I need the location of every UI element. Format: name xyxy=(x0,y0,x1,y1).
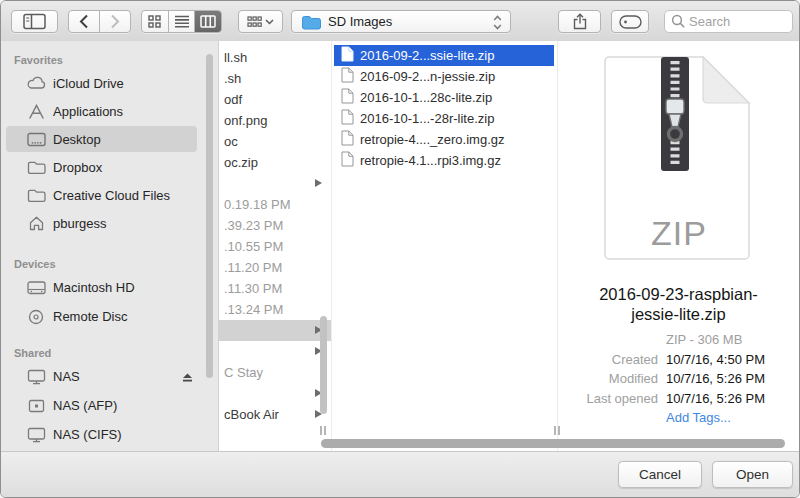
column-view-button[interactable] xyxy=(194,11,221,32)
archive-file-icon xyxy=(341,130,354,149)
column1-scrollbar[interactable] xyxy=(320,316,327,414)
file-row[interactable]: retropie-4...._zero.img.gz xyxy=(334,129,554,150)
file-row[interactable]: .11.30 PM xyxy=(219,278,331,299)
home-icon xyxy=(26,214,46,232)
sidebar-item-pburgess[interactable]: pburgess xyxy=(1,209,218,237)
icon-view-button[interactable] xyxy=(142,11,168,32)
sidebar-item-nas-cifs[interactable]: NAS (CIFS) xyxy=(1,420,218,449)
applications-icon xyxy=(26,102,46,120)
folder-icon xyxy=(26,158,46,176)
preview-metadata: ZIP - 306 MB Created 10/7/16, 4:50 PM Mo… xyxy=(558,330,799,428)
network-display-icon xyxy=(26,368,46,386)
file-name: retropie-4.1...rpi3.img.gz xyxy=(360,153,501,168)
sidebar-section-devices: Devices xyxy=(14,257,218,271)
file-row[interactable]: 2016-09-2...n-jessie.zip xyxy=(334,66,554,87)
column-resize-handle[interactable] xyxy=(553,426,561,435)
file-row[interactable]: onf.png xyxy=(219,110,331,131)
chevron-down-icon xyxy=(265,19,274,25)
svg-text:ZIP: ZIP xyxy=(651,214,707,252)
file-row[interactable]: .13.24 PM xyxy=(219,299,331,320)
file-row[interactable]: .11.20 PM xyxy=(219,257,331,278)
share-button[interactable] xyxy=(558,10,601,33)
sidebar-section-favorites: Favorites xyxy=(14,53,218,67)
sidebar-item-macintosh-hd[interactable]: Macintosh HD xyxy=(1,273,218,302)
file-row[interactable]: 2016-10-1...28c-lite.zip xyxy=(334,87,554,108)
grid-view-icon xyxy=(148,15,161,28)
file-row[interactable]: .sh xyxy=(219,68,331,89)
sidebar-item-label: Creative Cloud Files xyxy=(53,188,170,203)
back-button[interactable] xyxy=(69,11,99,32)
tag-icon xyxy=(619,15,642,29)
file-row[interactable]: retropie-4.1...rpi3.img.gz xyxy=(334,150,554,171)
sidebar-item-label: Dropbox xyxy=(53,160,102,175)
sidebar-item-nas-afp[interactable]: NAS (AFP) xyxy=(1,391,218,420)
horizontal-scrollbar[interactable] xyxy=(321,439,785,448)
created-value: 10/7/16, 4:50 PM xyxy=(666,350,765,370)
last-opened-value: 10/7/16, 5:26 PM xyxy=(666,389,765,409)
dialog-footer: Cancel Open xyxy=(1,451,799,497)
sidebar-item-icloud-drive[interactable]: iCloud Drive xyxy=(1,69,218,97)
zip-preview-icon: ZIP xyxy=(595,49,763,271)
zip-file-icon xyxy=(341,46,354,65)
folder-icon xyxy=(301,14,321,30)
sidebar-item-label: Desktop xyxy=(53,132,101,147)
file-row[interactable]: odf xyxy=(219,89,331,110)
modified-row: Modified 10/7/16, 5:26 PM xyxy=(558,369,799,389)
file-row[interactable]: 0.19.18 PM xyxy=(219,194,331,215)
optical-disc-icon xyxy=(26,308,46,326)
eject-button[interactable] xyxy=(181,371,194,383)
sidebar-item-label: Remote Disc xyxy=(53,309,127,324)
sidebar-item-label: Macintosh HD xyxy=(53,280,135,295)
toggle-sidebar-button[interactable] xyxy=(11,10,58,33)
list-view-button[interactable] xyxy=(168,11,195,32)
column-resize-handle[interactable] xyxy=(319,426,327,435)
folder-row-selected-sd-images[interactable] xyxy=(219,320,331,341)
sidebar-item-label: pburgess xyxy=(53,216,106,231)
search-input[interactable] xyxy=(664,10,793,33)
file-row[interactable]: oc xyxy=(219,131,331,152)
open-button[interactable]: Open xyxy=(712,461,793,488)
sidebar-item-remote-disc[interactable]: Remote Disc xyxy=(1,302,218,331)
folder-row[interactable] xyxy=(219,341,331,362)
sidebar-item-desktop[interactable]: Desktop xyxy=(1,125,218,153)
search-field xyxy=(664,10,793,33)
sidebar-item-nas[interactable]: NAS xyxy=(1,362,218,391)
archive-file-icon xyxy=(341,151,354,170)
file-row[interactable]: oc.zip xyxy=(219,152,331,173)
browser-column-desktop: ll.sh .sh odf onf.png oc oc.zip 0.19.18 … xyxy=(219,41,331,452)
folder-row[interactable] xyxy=(219,173,331,194)
list-view-icon xyxy=(175,15,189,28)
add-tags-row: Add Tags... xyxy=(558,408,799,428)
sidebar-item-creative-cloud-files[interactable]: Creative Cloud Files xyxy=(1,181,218,209)
sidebar-scrollbar[interactable] xyxy=(206,54,213,378)
open-dialog-window: SD Images Favorites iCloud Drive Applica… xyxy=(0,0,800,498)
add-tags-link[interactable]: Add Tags... xyxy=(666,408,731,428)
kind-size-row: ZIP - 306 MB xyxy=(558,330,799,350)
navigation-buttons xyxy=(68,10,131,33)
network-display-icon xyxy=(26,426,46,444)
file-row[interactable]: C Stay xyxy=(219,362,331,383)
current-folder-popup[interactable]: SD Images xyxy=(291,10,511,33)
arrange-menu-button[interactable] xyxy=(238,10,283,33)
sidebar-item-applications[interactable]: Applications xyxy=(1,97,218,125)
folder-icon xyxy=(26,186,46,204)
kind-size-value: ZIP - 306 MB xyxy=(666,330,742,350)
screen-share-icon xyxy=(26,397,46,415)
file-row[interactable]: 2016-10-1...-28r-lite.zip xyxy=(334,108,554,129)
file-row[interactable]: ll.sh xyxy=(219,47,331,68)
folder-row[interactable] xyxy=(219,383,331,404)
sidebar-item-dropbox[interactable]: Dropbox xyxy=(1,153,218,181)
view-mode-segmented-control xyxy=(141,10,222,33)
sidebar-item-label: NAS xyxy=(53,369,80,384)
file-row-selected[interactable]: 2016-09-2...ssie-lite.zip xyxy=(334,45,554,66)
file-row[interactable]: .39.23 PM xyxy=(219,215,331,236)
modified-value: 10/7/16, 5:26 PM xyxy=(666,369,765,389)
tags-button[interactable] xyxy=(611,10,649,33)
zip-file-icon xyxy=(341,109,354,128)
file-row[interactable]: .10.55 PM xyxy=(219,236,331,257)
file-name: 2016-10-1...28c-lite.zip xyxy=(360,90,492,105)
cancel-button[interactable]: Cancel xyxy=(618,461,702,488)
folder-row[interactable]: cBook Air xyxy=(219,404,331,425)
internal-drive-icon xyxy=(26,279,46,297)
forward-button[interactable] xyxy=(99,11,130,32)
